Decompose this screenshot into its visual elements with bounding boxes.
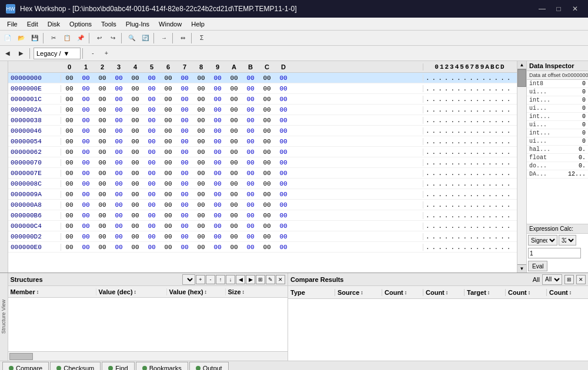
- eval-button[interactable]: Eval: [528, 261, 547, 271]
- hex-byte[interactable]: 00: [226, 149, 242, 156]
- hex-byte[interactable]: 00: [94, 75, 111, 82]
- hex-byte[interactable]: 00: [61, 244, 78, 251]
- hex-byte[interactable]: 00: [275, 96, 292, 103]
- find-button[interactable]: 🔍: [125, 32, 138, 44]
- hex-byte[interactable]: 00: [275, 85, 292, 92]
- hex-byte[interactable]: 00: [111, 233, 127, 240]
- hex-byte[interactable]: 00: [242, 159, 259, 166]
- hex-byte[interactable]: 00: [143, 127, 160, 134]
- save-button[interactable]: 💾: [28, 32, 41, 44]
- compare-btn-1[interactable]: ⊞: [564, 275, 574, 284]
- hex-byte[interactable]: 00: [94, 191, 111, 198]
- hex-byte[interactable]: 00: [78, 191, 94, 198]
- hex-byte[interactable]: 00: [242, 106, 259, 113]
- hex-byte[interactable]: 00: [259, 223, 275, 230]
- hex-byte[interactable]: 00: [111, 117, 127, 124]
- hex-byte[interactable]: 00: [111, 180, 127, 187]
- hex-byte[interactable]: 00: [160, 159, 176, 166]
- hex-row[interactable]: 000000000000000000000000000000000000....…: [8, 73, 517, 83]
- hex-byte[interactable]: 00: [94, 106, 111, 113]
- hex-byte[interactable]: 00: [193, 106, 209, 113]
- hex-byte[interactable]: 00: [259, 85, 275, 92]
- hex-byte[interactable]: 00: [61, 106, 78, 113]
- menu-item-help[interactable]: Help: [186, 19, 209, 29]
- hex-byte[interactable]: 00: [275, 138, 292, 145]
- hex-byte[interactable]: 00: [259, 212, 275, 219]
- hex-byte[interactable]: 00: [176, 75, 193, 82]
- hex-byte[interactable]: 00: [193, 223, 209, 230]
- hex-byte[interactable]: 00: [226, 233, 242, 240]
- hex-byte[interactable]: 00: [160, 233, 176, 240]
- hex-byte[interactable]: 00: [275, 117, 292, 124]
- hex-row[interactable]: 000000620000000000000000000000000000....…: [8, 147, 517, 157]
- hex-byte[interactable]: 00: [259, 170, 275, 177]
- hex-byte[interactable]: 00: [94, 170, 111, 177]
- hex-row[interactable]: 0000008C0000000000000000000000000000....…: [8, 179, 517, 189]
- hex-byte[interactable]: 00: [143, 96, 160, 103]
- hex-byte[interactable]: 00: [111, 127, 127, 134]
- hex-byte[interactable]: 00: [275, 212, 292, 219]
- compare-btn-2[interactable]: ✕: [576, 275, 586, 284]
- hex-byte[interactable]: 00: [275, 201, 292, 208]
- hex-byte[interactable]: 00: [143, 170, 160, 177]
- hex-byte[interactable]: 00: [143, 159, 160, 166]
- cut-button[interactable]: ✂: [47, 32, 60, 44]
- minimize-button[interactable]: —: [535, 3, 549, 15]
- hex-byte[interactable]: 00: [111, 170, 127, 177]
- hex-rows-container[interactable]: 000000000000000000000000000000000000....…: [8, 73, 517, 273]
- hex-byte[interactable]: 00: [209, 244, 226, 251]
- hex-byte[interactable]: 00: [94, 233, 111, 240]
- hex-byte[interactable]: 00: [143, 138, 160, 145]
- menu-item-edit[interactable]: Edit: [22, 19, 43, 29]
- menu-item-tools[interactable]: Tools: [96, 19, 121, 29]
- hex-byte[interactable]: 00: [61, 233, 78, 240]
- hex-byte[interactable]: 00: [242, 191, 259, 198]
- hex-byte[interactable]: 00: [61, 191, 78, 198]
- hex-byte[interactable]: 00: [226, 138, 242, 145]
- hex-byte[interactable]: 00: [160, 223, 176, 230]
- hex-byte[interactable]: 00: [127, 106, 143, 113]
- hex-byte[interactable]: 00: [193, 201, 209, 208]
- hex-byte[interactable]: 00: [209, 233, 226, 240]
- hex-byte[interactable]: 00: [193, 180, 209, 187]
- hex-row[interactable]: 000000380000000000000000000000000000....…: [8, 115, 517, 126]
- col-plus-button[interactable]: +: [100, 48, 113, 59]
- hex-byte[interactable]: 00: [143, 244, 160, 251]
- hex-row[interactable]: 000000B60000000000000000000000000000....…: [8, 210, 517, 221]
- hex-byte[interactable]: 00: [143, 201, 160, 208]
- hex-byte[interactable]: 00: [61, 127, 78, 134]
- hex-byte[interactable]: 00: [209, 106, 226, 113]
- hex-byte[interactable]: 00: [127, 212, 143, 219]
- hex-byte[interactable]: 00: [94, 201, 111, 208]
- hex-byte[interactable]: 00: [176, 96, 193, 103]
- hex-byte[interactable]: 00: [111, 149, 127, 156]
- struct-btn-8[interactable]: ✎: [266, 275, 275, 284]
- hex-byte[interactable]: 00: [127, 244, 143, 251]
- hex-byte[interactable]: 00: [61, 212, 78, 219]
- hex-byte[interactable]: 00: [275, 170, 292, 177]
- tab-output[interactable]: Output: [189, 362, 229, 370]
- hex-byte[interactable]: 00: [193, 75, 209, 82]
- hex-byte[interactable]: 00: [94, 117, 111, 124]
- hex-byte[interactable]: 00: [127, 191, 143, 198]
- hex-byte[interactable]: 00: [226, 159, 242, 166]
- hex-byte[interactable]: 00: [111, 85, 127, 92]
- signed-select[interactable]: Signed: [528, 235, 557, 245]
- hex-byte[interactable]: 00: [226, 244, 242, 251]
- hex-byte[interactable]: 00: [127, 170, 143, 177]
- hex-byte[interactable]: 00: [226, 96, 242, 103]
- hex-byte[interactable]: 00: [193, 127, 209, 134]
- maximize-button[interactable]: □: [552, 3, 566, 15]
- struct-btn-3[interactable]: ↑: [216, 275, 225, 284]
- hex-byte[interactable]: 00: [242, 223, 259, 230]
- hex-byte[interactable]: 00: [111, 201, 127, 208]
- hex-byte[interactable]: 00: [94, 96, 111, 103]
- hex-byte[interactable]: 00: [209, 117, 226, 124]
- hex-row[interactable]: 0000000E0000000000000000000000000000....…: [8, 83, 517, 94]
- compare-filter-select[interactable]: All: [542, 274, 562, 285]
- hex-byte[interactable]: 00: [242, 244, 259, 251]
- tab-compare[interactable]: Compare: [2, 362, 49, 370]
- hex-byte[interactable]: 00: [226, 180, 242, 187]
- hex-byte[interactable]: 00: [176, 106, 193, 113]
- hex-byte[interactable]: 00: [111, 96, 127, 103]
